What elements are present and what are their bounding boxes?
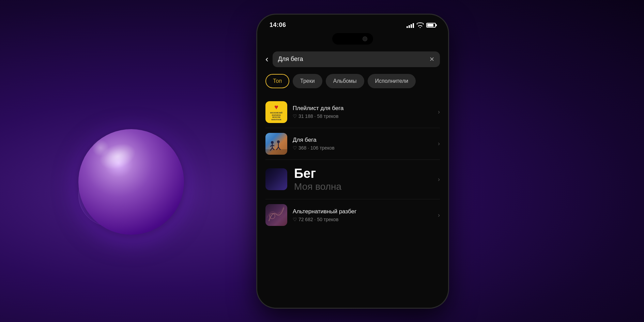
result-meta-1: ♡ 31 188 · 58 треков — [293, 113, 432, 119]
back-button[interactable]: ‹ — [265, 54, 269, 64]
phone-frame: 14:06 — [257, 15, 448, 308]
status-bar: 14:06 — [257, 15, 448, 33]
coin-decoration — [68, 112, 232, 276]
result-item-1[interactable]: ♥ МОСКОВСКИЙМАРАФОНMOSCOWMARATHON Плейли… — [257, 96, 448, 128]
result-thumb-1: ♥ МОСКОВСКИЙМАРАФОНMOSCOWMARATHON — [265, 101, 287, 123]
svg-point-2 — [271, 141, 274, 144]
battery-icon — [426, 23, 436, 28]
result-item-3[interactable]: Бег Моя волна › — [257, 160, 448, 199]
result-meta-2: ♡ 368 · 106 треков — [293, 145, 432, 151]
result-item-4[interactable]: Альтернативный разбег ♡ 72 682 · 50 трек… — [257, 199, 448, 231]
tab-albums[interactable]: Альбомы — [326, 74, 364, 88]
clear-button[interactable]: ✕ — [429, 56, 434, 63]
result-item-2[interactable]: Для бега ♡ 368 · 106 треков › — [257, 128, 448, 159]
tab-artists[interactable]: Исполнители — [368, 74, 416, 88]
chevron-icon-2: › — [438, 140, 440, 147]
chevron-icon-3: › — [438, 176, 440, 183]
result-subtitle-3: Моя волна — [294, 181, 432, 192]
status-time: 14:06 — [270, 21, 286, 29]
result-info-4: Альтернативный разбег ♡ 72 682 · 50 трек… — [293, 208, 432, 222]
result-title-4: Альтернативный разбег — [293, 208, 432, 215]
result-thumb-2 — [265, 133, 287, 155]
wifi-icon — [417, 22, 424, 28]
filter-tabs: Топ Треки Альбомы Исполнители — [257, 71, 448, 94]
chevron-icon-4: › — [438, 212, 440, 219]
result-title-3: Бег — [294, 167, 432, 181]
result-list: ♥ МОСКОВСКИЙМАРАФОНMOSCOWMARATHON Плейли… — [257, 94, 448, 234]
status-icons — [407, 22, 436, 28]
result-info-2: Для бега ♡ 368 · 106 треков — [293, 137, 432, 151]
result-info-1: Плейлист для бега ♡ 31 188 · 58 треков — [293, 105, 432, 119]
chevron-icon-1: › — [438, 108, 440, 116]
search-bar[interactable]: Для бега ✕ — [273, 51, 440, 67]
result-meta-4: ♡ 72 682 · 50 треков — [293, 217, 432, 222]
signal-icon — [407, 22, 414, 28]
svg-rect-1 — [265, 149, 287, 155]
result-title-2: Для бега — [293, 137, 432, 143]
result-title-1: Плейлист для бега — [293, 105, 432, 112]
result-thumb-3 — [265, 168, 287, 190]
dynamic-island — [332, 33, 373, 45]
result-thumb-4 — [265, 204, 287, 226]
camera-dot — [363, 37, 367, 41]
tab-top[interactable]: Топ — [265, 74, 289, 88]
svg-point-8 — [277, 140, 280, 143]
tab-tracks[interactable]: Треки — [293, 74, 322, 88]
search-query: Для бега — [278, 56, 303, 63]
search-bar-container: ‹ Для бега ✕ — [257, 49, 448, 71]
result-info-3: Бег Моя волна — [293, 167, 432, 193]
